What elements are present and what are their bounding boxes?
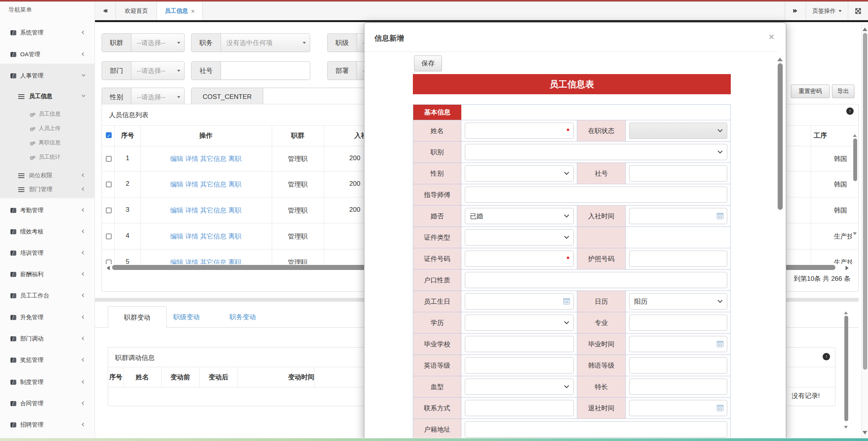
hscroll-left-arrow[interactable] [104, 266, 110, 270]
calendar-icon[interactable] [717, 213, 723, 219]
graduation-date-input[interactable] [629, 336, 727, 352]
sidebar-item-contracts[interactable]: 合同管理 [0, 399, 95, 408]
sidebar-item-reward-punish[interactable]: 奖惩管理 [0, 355, 95, 365]
mentor-input[interactable] [465, 187, 727, 203]
tab-close-icon[interactable]: × [191, 8, 195, 14]
gender-select[interactable] [465, 165, 574, 182]
modal-scroll-up-arrow[interactable] [777, 55, 783, 61]
row-checkbox[interactable] [106, 233, 112, 239]
tab-employee-info[interactable]: 员工信息× [157, 2, 203, 20]
vscroll-up-arrow[interactable] [853, 132, 857, 137]
english-level-input[interactable] [465, 357, 574, 374]
resign-link[interactable]: 离职 [228, 181, 242, 188]
company-id-input[interactable] [629, 165, 727, 182]
collapse-panel-icon[interactable]: ↑ [823, 353, 830, 360]
sidebar-item-attendance[interactable]: 考勤管理 [0, 206, 95, 215]
calendar-icon[interactable] [563, 298, 570, 304]
sidebar-item-system[interactable]: 系统管理 [0, 28, 95, 37]
employment-status-select[interactable] [629, 123, 727, 139]
shehao-input[interactable] [221, 62, 310, 80]
sidebar-item-promotion[interactable]: 升免管理 [0, 313, 95, 322]
bottom-vscroll-down-arrow[interactable] [844, 426, 848, 431]
name-input[interactable]: * [465, 123, 574, 139]
row-checkbox[interactable] [106, 208, 112, 213]
specialty-input[interactable] [629, 379, 727, 395]
major-input[interactable] [629, 315, 727, 331]
resign-link[interactable]: 离职 [228, 155, 242, 163]
sidebar-item-dept-transfer[interactable]: 部门调动 [0, 334, 95, 343]
sidebar-item-employee-stats[interactable]: ⚙⚙员工统计 [0, 152, 95, 161]
korean-level-input[interactable] [629, 357, 727, 374]
vscroll-down-arrow[interactable] [853, 232, 857, 237]
row-checkbox[interactable] [106, 182, 112, 187]
household-type-input[interactable] [465, 272, 727, 288]
detail-link[interactable]: 详情 [185, 259, 198, 264]
resign-link[interactable]: 离职 [228, 233, 242, 240]
contact-input[interactable] [465, 400, 574, 416]
blood-type-select[interactable] [465, 379, 574, 395]
graduate-school-input[interactable] [465, 336, 574, 352]
other-info-link[interactable]: 其它信息 [200, 207, 226, 214]
tabs-scroll-right-button[interactable] [785, 2, 806, 20]
sidebar-item-training[interactable]: 培训管理 [0, 248, 95, 258]
detail-link[interactable]: 详情 [185, 155, 198, 163]
sidebar-item-regulations[interactable]: 制度管理 [0, 377, 95, 387]
other-info-link[interactable]: 其它信息 [200, 155, 226, 163]
sidebar-item-resignation-info[interactable]: ⚙⚙离职信息 [0, 138, 95, 147]
other-info-link[interactable]: 其它信息 [200, 233, 226, 240]
join-date-input[interactable] [629, 208, 727, 224]
fullscreen-toggle-button[interactable] [848, 2, 868, 20]
edit-link[interactable]: 编辑 [170, 233, 183, 240]
page-scroll-down-arrow[interactable] [863, 431, 867, 437]
collapse-panel-icon[interactable]: ↑ [846, 107, 854, 115]
tab-group-change[interactable]: 职群变动 [108, 306, 167, 328]
edit-link[interactable]: 编辑 [170, 155, 183, 163]
detail-link[interactable]: 详情 [185, 207, 198, 214]
other-info-link[interactable]: 其它信息 [200, 181, 226, 188]
resign-link[interactable]: 离职 [228, 207, 242, 214]
calendar-type-select[interactable]: 阳历 [629, 293, 727, 310]
select-all-checkbox[interactable]: ✓ [106, 132, 112, 138]
sidebar-item-department-mgmt[interactable]: 部门管理 [0, 185, 95, 194]
hscroll-right-arrow[interactable] [846, 266, 851, 270]
sidebar-item-salary[interactable]: 薪酬福利 [0, 270, 95, 279]
page-scroll-up-arrow[interactable] [863, 25, 867, 31]
sidebar-item-workbench[interactable]: 员工工作台 [0, 291, 95, 300]
edit-link[interactable]: 编辑 [170, 259, 183, 264]
registered-address-input[interactable] [465, 421, 727, 438]
sidebar-item-oa[interactable]: OA管理 [0, 50, 95, 59]
save-button[interactable]: 保存 [414, 55, 442, 71]
bottom-vscroll-up-arrow[interactable] [844, 310, 848, 314]
other-info-link[interactable]: 其它信息 [200, 259, 226, 264]
vscroll-thumb[interactable] [853, 138, 857, 181]
id-type-select[interactable] [465, 229, 574, 246]
marital-status-select[interactable]: 已婚 [465, 208, 574, 224]
leave-date-input[interactable] [629, 400, 727, 416]
row-checkbox[interactable] [106, 156, 112, 162]
detail-link[interactable]: 详情 [185, 233, 198, 240]
sidebar-item-post-permission[interactable]: 岗位权限 [0, 171, 95, 180]
bottom-vscroll-thumb[interactable] [844, 316, 848, 421]
sidebar-item-hr[interactable]: 人事管理 [0, 71, 95, 80]
row-checkbox[interactable] [106, 259, 112, 264]
xingbie-select[interactable]: --请选择-- [131, 88, 184, 106]
sidebar-item-employee-upload[interactable]: ⚙⚙人员上传 [0, 123, 95, 133]
edit-link[interactable]: 编辑 [170, 207, 183, 214]
tab-position-change[interactable]: 职务变动 [230, 313, 256, 322]
passport-number-input[interactable] [629, 251, 727, 267]
detail-link[interactable]: 详情 [185, 181, 198, 188]
birthday-input[interactable] [465, 293, 574, 310]
page-scroll-thumb[interactable] [863, 33, 867, 370]
sidebar-item-employee-info-group[interactable]: 员工信息 [0, 92, 95, 101]
resign-link[interactable]: 离职 [228, 259, 242, 264]
dialog-close-icon[interactable]: × [769, 33, 774, 41]
calendar-icon[interactable] [717, 405, 723, 411]
reset-password-button[interactable]: 重置密码 [791, 85, 830, 98]
job-class-select[interactable] [465, 144, 727, 160]
tabs-scroll-left-button[interactable] [95, 2, 116, 20]
edit-link[interactable]: 编辑 [170, 181, 183, 188]
calendar-icon[interactable] [717, 341, 723, 347]
bumen-select[interactable]: --请选择-- [131, 62, 184, 80]
tab-welcome[interactable]: 欢迎首页 [116, 2, 157, 20]
education-select[interactable] [465, 315, 574, 331]
